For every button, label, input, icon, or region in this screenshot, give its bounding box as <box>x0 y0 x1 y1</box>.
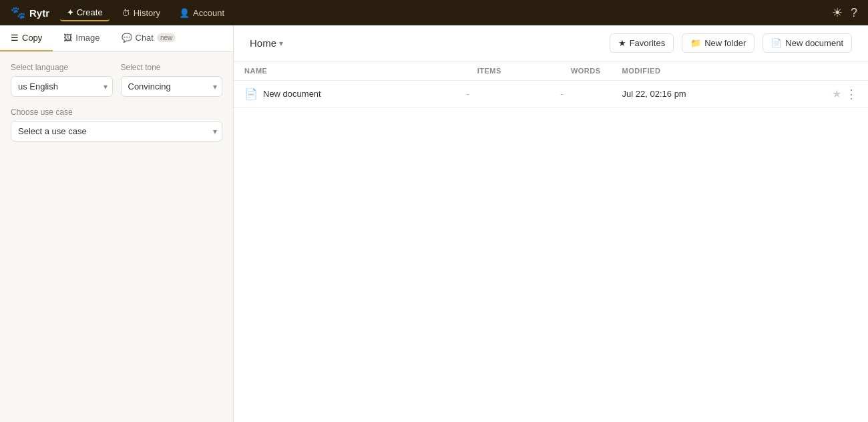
sidebar-content: Select language us English UK English Sp… <box>0 52 233 163</box>
col-name: NAME <box>234 61 424 81</box>
main-header: Home ▾ ★ Favorites 📁 New folder 📄 New do… <box>234 25 868 61</box>
help-icon[interactable]: ? <box>851 6 857 20</box>
tone-select-wrapper: Convincing Formal Casual Humorous Inspir… <box>121 76 223 97</box>
file-table-container: NAME ITEMS WORDS MODIFIED 📄 New document… <box>234 61 868 108</box>
favorites-label: Favorites <box>630 38 665 48</box>
nav-create[interactable]: ✦ Create <box>60 5 110 21</box>
sidebar-tabs: ☰ Copy 🖼 Image 💬 Chat new <box>0 25 233 52</box>
chat-tab-icon: 💬 <box>122 33 132 43</box>
language-tone-row: Select language us English UK English Sp… <box>11 63 222 97</box>
star-icon: ★ <box>618 38 626 48</box>
tab-copy[interactable]: ☰ Copy <box>0 25 53 51</box>
tone-label: Select tone <box>121 63 223 72</box>
use-case-label: Choose use case <box>11 108 222 117</box>
account-icon: 👤 <box>179 8 190 18</box>
nav-account[interactable]: 👤 Account <box>172 5 231 21</box>
table-row[interactable]: 📄 New document - - Jul 22, 02:16 pm ★ ⋮ <box>234 81 868 108</box>
breadcrumb-chevron-icon: ▾ <box>279 39 283 48</box>
language-select[interactable]: us English UK English Spanish French Ger… <box>11 76 113 97</box>
file-table: NAME ITEMS WORDS MODIFIED 📄 New document… <box>234 61 868 108</box>
row-actions: ★ ⋮ <box>788 87 857 100</box>
main-actions: ★ Favorites 📁 New folder 📄 New document <box>610 33 852 53</box>
col-modified: MODIFIED <box>612 61 778 81</box>
file-name-cell: 📄 New document <box>244 87 413 100</box>
image-tab-icon: 🖼 <box>63 33 72 43</box>
new-document-button[interactable]: 📄 New document <box>763 33 852 53</box>
main-content: Home ▾ ★ Favorites 📁 New folder 📄 New do… <box>234 25 868 422</box>
logo[interactable]: 🐾 Rytr <box>11 5 49 20</box>
logo-label: Rytr <box>29 7 49 19</box>
history-label: History <box>134 8 160 18</box>
language-select-wrapper: us English UK English Spanish French Ger… <box>11 76 113 97</box>
account-label: Account <box>193 8 224 18</box>
breadcrumb[interactable]: Home ▾ <box>250 37 283 49</box>
new-folder-label: New folder <box>704 38 746 48</box>
tone-select[interactable]: Convincing Formal Casual Humorous Inspir… <box>121 76 223 97</box>
tone-group: Select tone Convincing Formal Casual Hum… <box>121 63 223 97</box>
use-case-select[interactable]: Select a use case Blog Email Social Medi… <box>11 121 222 142</box>
use-case-group: Choose use case Select a use case Blog E… <box>11 108 222 142</box>
tab-image[interactable]: 🖼 Image <box>53 25 110 51</box>
file-words: - <box>512 81 612 108</box>
tab-chat[interactable]: 💬 Chat new <box>111 25 187 51</box>
language-label: Select language <box>11 63 113 72</box>
breadcrumb-home: Home <box>250 37 276 49</box>
logo-icon: 🐾 <box>11 5 25 20</box>
file-name: New document <box>263 89 321 99</box>
brightness-icon[interactable]: ☀ <box>832 5 843 20</box>
nav-history[interactable]: ⏱ History <box>115 5 167 21</box>
copy-tab-icon: ☰ <box>11 33 19 43</box>
col-words: WORDS <box>512 61 612 81</box>
image-tab-label: Image <box>75 33 99 43</box>
file-doc-icon: 📄 <box>244 87 258 100</box>
sidebar: ☰ Copy 🖼 Image 💬 Chat new Select languag… <box>0 25 234 422</box>
document-icon: 📄 <box>771 38 782 48</box>
favorites-button[interactable]: ★ Favorites <box>610 33 674 53</box>
language-group: Select language us English UK English Sp… <box>11 63 113 97</box>
star-button[interactable]: ★ <box>832 87 841 100</box>
folder-icon: 📁 <box>690 38 701 48</box>
create-label: ✦ Create <box>67 7 103 17</box>
new-document-label: New document <box>785 38 843 48</box>
chat-tab-label: Chat <box>136 33 154 43</box>
copy-tab-label: Copy <box>22 33 42 43</box>
new-folder-button[interactable]: 📁 New folder <box>682 33 754 53</box>
more-button[interactable]: ⋮ <box>845 88 857 100</box>
chat-tab-badge: new <box>157 33 176 42</box>
history-icon: ⏱ <box>122 8 130 18</box>
file-items: - <box>424 81 512 108</box>
col-items: ITEMS <box>424 61 512 81</box>
use-case-select-wrapper: Select a use case Blog Email Social Medi… <box>11 121 222 142</box>
file-modified: Jul 22, 02:16 pm <box>612 81 778 108</box>
